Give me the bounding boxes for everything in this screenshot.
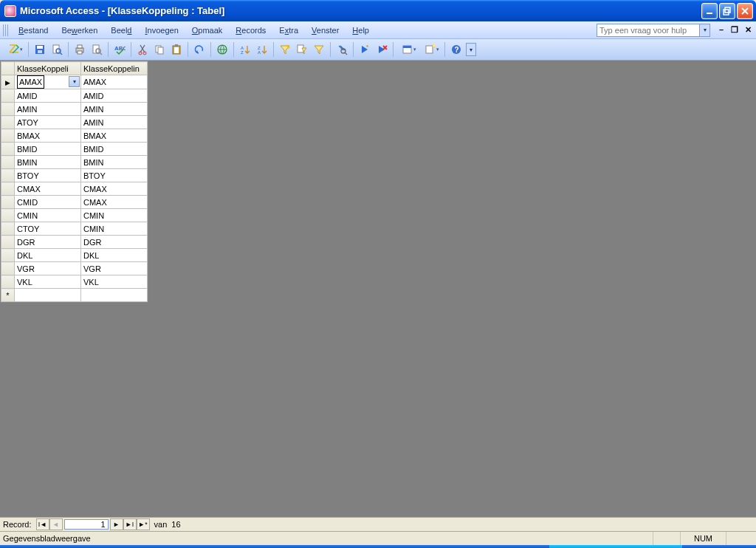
cell[interactable]: CMAX — [81, 196, 148, 209]
cell[interactable]: AMAX — [81, 75, 148, 89]
paste-button[interactable] — [168, 41, 185, 58]
table-row[interactable]: BMAXBMAX — [1, 129, 148, 143]
row-selector[interactable] — [1, 156, 15, 169]
cell[interactable]: AMAX▾ — [15, 75, 81, 89]
cell[interactable]: CMAX — [81, 182, 148, 196]
column-header-2[interactable]: KlasseKoppelin — [81, 62, 148, 75]
cell[interactable]: VGR — [81, 262, 148, 275]
help-search-input[interactable] — [597, 24, 700, 37]
cell[interactable]: AMIN — [81, 116, 148, 129]
cell[interactable]: AMID — [15, 89, 81, 103]
row-selector[interactable]: ▶ — [1, 75, 15, 89]
new-record-button[interactable]: * — [357, 41, 373, 58]
cell[interactable] — [81, 289, 148, 302]
select-all-corner[interactable] — [1, 62, 15, 75]
view-button[interactable] — [3, 41, 25, 58]
cell[interactable]: BMID — [15, 143, 81, 156]
table-row[interactable]: VGRVGR — [1, 262, 148, 275]
cell[interactable]: DKL — [15, 249, 81, 262]
cell[interactable]: AMID — [81, 89, 148, 103]
delete-record-button[interactable] — [374, 41, 390, 58]
find-button[interactable] — [334, 41, 350, 58]
menu-opmaak[interactable]: Opmaak — [185, 24, 230, 37]
mdi-close-button[interactable]: ✕ — [743, 25, 753, 35]
cell[interactable]: DGR — [81, 236, 148, 249]
row-selector[interactable]: * — [1, 289, 15, 302]
menu-grip[interactable] — [3, 24, 9, 36]
cell[interactable]: DKL — [81, 249, 148, 262]
cell[interactable]: CMIN — [15, 209, 81, 222]
menu-invoegen[interactable]: Invoegen — [138, 24, 185, 37]
cell[interactable]: BMIN — [15, 156, 81, 169]
row-selector[interactable] — [1, 182, 15, 196]
nav-prev-button[interactable]: ◄ — [49, 518, 63, 530]
row-selector[interactable] — [1, 249, 15, 262]
cell[interactable]: BTOY — [15, 169, 81, 182]
cell[interactable]: CMAX — [15, 182, 81, 196]
menu-bewerken[interactable]: Bewerken — [55, 24, 104, 37]
cell[interactable]: AMIN — [15, 103, 81, 116]
table-row[interactable]: DKLDKL — [1, 249, 148, 262]
menu-extra[interactable]: Extra — [272, 24, 305, 37]
print-preview-button[interactable] — [89, 41, 105, 58]
undo-button[interactable] — [191, 41, 207, 58]
cell-value[interactable]: AMAX — [17, 75, 44, 89]
table-row[interactable]: DGRDGR — [1, 236, 148, 249]
cell[interactable]: BMAX — [81, 129, 148, 143]
menu-beeld[interactable]: Beeld — [104, 24, 138, 37]
minimize-button[interactable] — [701, 3, 718, 19]
cut-button[interactable] — [134, 41, 151, 58]
cell[interactable]: DGR — [15, 236, 81, 249]
cell[interactable]: CTOY — [15, 222, 81, 236]
menu-records[interactable]: Records — [229, 24, 272, 37]
table-row[interactable]: BTOYBTOY — [1, 169, 148, 182]
menu-help[interactable]: Help — [346, 24, 376, 37]
cell[interactable]: ATOY — [15, 116, 81, 129]
cell[interactable]: BMID — [81, 143, 148, 156]
row-selector[interactable] — [1, 89, 15, 103]
hyperlink-button[interactable] — [214, 41, 230, 58]
new-object-button[interactable] — [419, 41, 441, 58]
restore-button[interactable] — [719, 3, 735, 19]
search-file-button[interactable] — [49, 41, 65, 58]
apply-filter-button[interactable] — [311, 41, 327, 58]
row-selector[interactable] — [1, 196, 15, 209]
mdi-restore-button[interactable]: ❐ — [729, 25, 740, 35]
sort-desc-button[interactable]: ZA — [254, 41, 270, 58]
row-selector[interactable] — [1, 116, 15, 129]
cell[interactable]: BMAX — [15, 129, 81, 143]
row-selector[interactable] — [1, 169, 15, 182]
close-button[interactable] — [737, 3, 753, 19]
cell[interactable]: VKL — [81, 275, 148, 289]
cell[interactable]: CMIN — [81, 209, 148, 222]
table-row[interactable]: CMIDCMAX — [1, 196, 148, 209]
table-row[interactable]: ATOYAMIN — [1, 116, 148, 129]
new-record-row[interactable]: * — [1, 289, 148, 302]
cell[interactable]: BTOY — [81, 169, 148, 182]
filter-form-button[interactable] — [294, 41, 310, 58]
table-row[interactable]: VKLVKL — [1, 275, 148, 289]
row-selector[interactable] — [1, 143, 15, 156]
print-button[interactable] — [72, 41, 88, 58]
table-row[interactable]: AMIDAMID — [1, 89, 148, 103]
table-row[interactable]: AMINAMIN — [1, 103, 148, 116]
record-number-input[interactable] — [64, 519, 109, 530]
table-row[interactable]: BMIDBMID — [1, 143, 148, 156]
menu-venster[interactable]: Venster — [305, 24, 346, 37]
cell[interactable]: BMIN — [81, 156, 148, 169]
column-header-1[interactable]: KlasseKoppeli — [15, 62, 81, 75]
menu-bestand[interactable]: Bestand — [12, 24, 55, 37]
nav-new-button[interactable]: ►* — [137, 518, 150, 530]
table-row[interactable]: CMINCMIN — [1, 209, 148, 222]
data-grid[interactable]: KlasseKoppeli KlasseKoppelin ▶AMAX▾AMAXA… — [1, 61, 148, 302]
cell[interactable] — [15, 289, 81, 302]
cell[interactable]: VGR — [15, 262, 81, 275]
table-row[interactable]: ▶AMAX▾AMAX — [1, 75, 148, 89]
spellcheck-button[interactable]: ABC — [111, 41, 128, 58]
copy-button[interactable] — [151, 41, 168, 58]
help-button[interactable]: ? — [448, 41, 464, 58]
row-selector[interactable] — [1, 103, 15, 116]
save-button[interactable] — [32, 41, 48, 58]
combo-dropdown-button[interactable]: ▾ — [69, 76, 80, 87]
cell[interactable]: AMIN — [81, 103, 148, 116]
